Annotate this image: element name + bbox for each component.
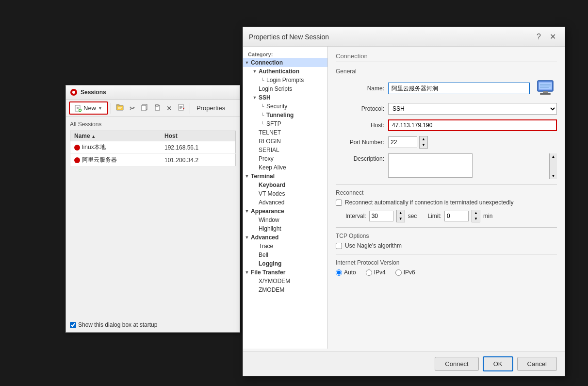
tree-item-telnet[interactable]: TELNET bbox=[243, 128, 327, 137]
tree-item-login-prompts[interactable]: └ Login Prompts bbox=[243, 76, 327, 84]
tree-text-serial: SERIAL bbox=[259, 147, 279, 153]
ip-v6-radio[interactable] bbox=[395, 269, 402, 276]
tree-item-security[interactable]: └ Security bbox=[243, 102, 327, 111]
ip-v4-radio[interactable] bbox=[366, 269, 372, 276]
tree-item-ssh[interactable]: ▼ SSH bbox=[243, 93, 327, 102]
interval-label: Interval: bbox=[345, 213, 366, 219]
table-row[interactable]: 阿里云服务器 101.200.34.2 bbox=[70, 154, 236, 167]
desc-textarea[interactable] bbox=[388, 153, 473, 178]
connect-button[interactable]: Connect bbox=[435, 357, 478, 371]
interval-up-button[interactable]: ▲ bbox=[397, 210, 405, 216]
paste-button[interactable] bbox=[151, 102, 163, 114]
tree-toggle-filetransfer: ▼ bbox=[243, 270, 251, 275]
reconnect-title: Reconnect bbox=[336, 189, 557, 196]
name-input[interactable] bbox=[388, 83, 530, 94]
divider-3 bbox=[336, 254, 557, 254]
tree-item-login-scripts[interactable]: Login Scripts bbox=[243, 84, 327, 93]
tree-item-xymodem[interactable]: X/YMODEM bbox=[243, 277, 327, 285]
port-up-button[interactable]: ▲ bbox=[420, 136, 427, 142]
port-row: Port Number: ▲ ▼ bbox=[336, 136, 557, 149]
delete-button[interactable]: ✕ bbox=[164, 103, 175, 114]
startup-checkbox[interactable] bbox=[70, 322, 76, 328]
limit-up-button[interactable]: ▲ bbox=[472, 210, 480, 216]
tree-item-sftp[interactable]: └ SFTP bbox=[243, 119, 327, 128]
tree-item-filetransfer[interactable]: ▼ File Transfer bbox=[243, 268, 327, 277]
properties-button[interactable]: Properties bbox=[193, 103, 229, 113]
tree-item-connection[interactable]: ▼ Connection bbox=[243, 58, 327, 67]
tree-item-zmodem[interactable]: ZMODEM bbox=[243, 285, 327, 294]
open-button[interactable] bbox=[114, 102, 126, 114]
tree-text-login-prompts: Login Prompts bbox=[266, 77, 304, 84]
startup-checkbox-label[interactable]: Show this dialog box at startup bbox=[70, 321, 157, 328]
protocol-select[interactable]: SSH TELNET RLOGIN SERIAL bbox=[388, 103, 557, 115]
tree-item-vt-modes[interactable]: VT Modes bbox=[243, 189, 327, 198]
tree-text-telnet: TELNET bbox=[259, 129, 281, 136]
tree-item-advanced[interactable]: ▼ Advanced bbox=[243, 233, 327, 242]
reconnect-checkbox[interactable] bbox=[336, 200, 342, 206]
ip-v4-label[interactable]: IPv4 bbox=[366, 269, 386, 276]
tree-text-proxy: Proxy bbox=[259, 155, 274, 162]
reconnect-checkbox-row: Reconnect automatically if connection is… bbox=[336, 199, 557, 206]
new-button[interactable]: New ▼ bbox=[69, 101, 108, 115]
interval-down-button[interactable]: ▼ bbox=[397, 216, 405, 222]
limit-down-button[interactable]: ▼ bbox=[472, 216, 480, 222]
tree-item-bell[interactable]: Bell bbox=[243, 251, 327, 259]
limit-label: Limit: bbox=[427, 213, 441, 219]
category-panel: Category: ▼ Connection ▼ Authentication … bbox=[243, 47, 328, 349]
tree-item-serial[interactable]: SERIAL bbox=[243, 146, 327, 154]
tree-item-authentication[interactable]: ▼ Authentication bbox=[243, 67, 327, 76]
cancel-button[interactable]: Cancel bbox=[517, 357, 557, 371]
tree-text-window: Window bbox=[259, 217, 279, 223]
port-input[interactable] bbox=[388, 136, 417, 148]
session-icon-1 bbox=[74, 145, 80, 151]
tree-item-terminal[interactable]: ▼ Terminal bbox=[243, 172, 327, 181]
help-button[interactable]: ? bbox=[535, 32, 543, 42]
subsection-general: General bbox=[336, 68, 557, 75]
tree-item-appearance[interactable]: ▼ Appearance bbox=[243, 207, 327, 216]
tree-toggle-ssh: ▼ bbox=[251, 95, 259, 100]
desc-scroll-up[interactable]: ▲ bbox=[550, 153, 557, 160]
nagle-checkbox[interactable] bbox=[336, 243, 342, 249]
tree-item-window[interactable]: Window bbox=[243, 216, 327, 224]
tree-text-authentication: Authentication bbox=[259, 68, 299, 75]
col-name[interactable]: Name bbox=[70, 131, 161, 141]
tree-item-logging[interactable]: Logging bbox=[243, 259, 327, 268]
session-icon-2 bbox=[74, 157, 80, 163]
reconnect-section: Reconnect Reconnect automatically if con… bbox=[336, 189, 557, 222]
copy-button[interactable] bbox=[139, 102, 150, 114]
ok-button[interactable]: OK bbox=[483, 356, 513, 371]
desc-scroll-down[interactable]: ▼ bbox=[550, 173, 557, 179]
tree-item-keyboard[interactable]: Keyboard bbox=[243, 181, 327, 189]
ip-auto-radio[interactable] bbox=[336, 269, 342, 276]
tcp-section: TCP Options Use Nagle's algorithm bbox=[336, 233, 557, 249]
tree-item-keepalive[interactable]: Keep Alive bbox=[243, 163, 327, 172]
limit-input[interactable] bbox=[444, 211, 469, 221]
tree-item-trace[interactable]: Trace bbox=[243, 242, 327, 251]
tree-item-rlogin[interactable]: RLOGIN bbox=[243, 137, 327, 146]
tree-text-filetransfer: File Transfer bbox=[251, 269, 285, 276]
close-button[interactable]: ✕ bbox=[547, 31, 559, 42]
ip-v6-label[interactable]: IPv6 bbox=[395, 269, 415, 276]
host-input[interactable] bbox=[388, 119, 557, 131]
tree-item-highlight[interactable]: Highlight bbox=[243, 224, 327, 233]
sessions-title-icon bbox=[70, 88, 78, 96]
interval-spinner: ▲ ▼ bbox=[396, 210, 405, 222]
session-name-1: linux本地 bbox=[70, 141, 161, 154]
interval-input[interactable] bbox=[369, 211, 393, 221]
tree-item-advanced-terminal[interactable]: Advanced bbox=[243, 198, 327, 207]
dialog-footer: Connect OK Cancel bbox=[243, 352, 565, 376]
port-down-button[interactable]: ▼ bbox=[420, 142, 427, 148]
new-icon bbox=[75, 105, 82, 112]
rename-button[interactable] bbox=[176, 102, 187, 114]
cut-button[interactable]: ✂ bbox=[127, 103, 138, 114]
sessions-group-label: All Sessions bbox=[70, 121, 236, 128]
ip-auto-label[interactable]: Auto bbox=[336, 269, 356, 276]
toolbar-separator-1 bbox=[111, 103, 111, 114]
tree-text-security: Security bbox=[266, 103, 287, 110]
host-icon-area bbox=[534, 79, 557, 98]
nagle-label: Use Nagle's algorithm bbox=[345, 242, 402, 249]
table-row[interactable]: linux本地 192.168.56.1 bbox=[70, 141, 236, 154]
tree-item-tunneling[interactable]: └ Tunneling bbox=[243, 111, 327, 119]
col-host[interactable]: Host bbox=[161, 131, 236, 141]
tree-item-proxy[interactable]: Proxy bbox=[243, 154, 327, 163]
